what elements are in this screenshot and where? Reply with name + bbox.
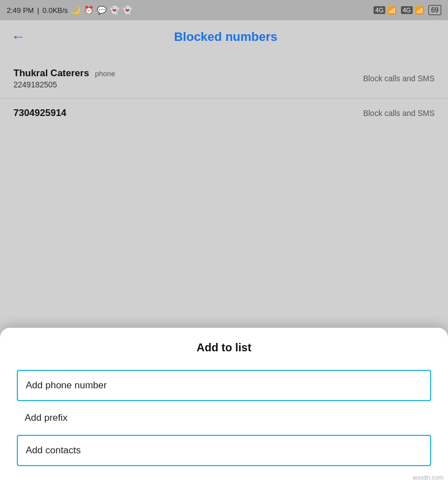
blocked-item-1-type: phone — [95, 69, 115, 78]
blocked-item-2-info: 7304925914 — [13, 108, 67, 119]
data-speed-label: 0.0KB/s — [43, 6, 68, 15]
add-prefix-label: Add prefix — [25, 412, 68, 424]
add-prefix-option[interactable]: Add prefix — [17, 403, 431, 433]
battery-icon: 69 — [428, 5, 441, 15]
signal2-icon: 📶 — [415, 6, 424, 15]
blocked-item-1-number: 2249182505 — [13, 80, 115, 89]
bottom-sheet-options: Add phone number Add prefix Add contacts — [0, 370, 448, 466]
watermark: wsxdn.com — [413, 474, 444, 481]
signal1-icon: 📶 — [388, 6, 396, 15]
page-title: Blocked numbers — [37, 30, 414, 44]
blocked-item-1-action: Block calls and SMS — [363, 74, 435, 83]
add-phone-number-option[interactable]: Add phone number — [17, 370, 431, 401]
status-right: 4G 📶 4G 📶 69 — [374, 5, 441, 15]
sim2-icon: 4G — [401, 6, 413, 14]
app-container: ← Blocked numbers Thukral Caterers phone… — [0, 20, 448, 483]
alarm-icon: ⏰ — [84, 6, 94, 15]
back-button[interactable]: ← — [11, 28, 26, 45]
top-bar: ← Blocked numbers — [0, 20, 448, 53]
blocked-item-1-name: Thukral Caterers — [13, 68, 89, 78]
separator: | — [37, 6, 39, 15]
add-contacts-option[interactable]: Add contacts — [17, 435, 431, 466]
blocked-item-1[interactable]: Thukral Caterers phone 2249182505 Block … — [0, 59, 448, 99]
status-left: 2:49 PM | 0.0KB/s 🌙 ⏰ 💬 👻 👻 — [7, 6, 132, 15]
blocked-item-1-name-row: Thukral Caterers phone — [13, 68, 115, 79]
bottom-sheet: Add to list Add phone number Add prefix … — [0, 328, 448, 483]
moon-icon: 🌙 — [71, 6, 81, 15]
snapchat-icon-2: 👻 — [123, 6, 132, 15]
blocked-item-2-action: Block calls and SMS — [363, 109, 435, 118]
snapchat-icon-1: 👻 — [110, 6, 119, 15]
status-bar: 2:49 PM | 0.0KB/s 🌙 ⏰ 💬 👻 👻 4G 📶 4G 📶 69 — [0, 0, 448, 20]
blocked-numbers-list: Thukral Caterers phone 2249182505 Block … — [0, 53, 448, 133]
whatsapp-icon: 💬 — [97, 6, 106, 15]
add-phone-number-label: Add phone number — [26, 380, 107, 391]
bottom-sheet-title: Add to list — [0, 341, 448, 354]
add-contacts-label: Add contacts — [26, 445, 81, 456]
time-label: 2:49 PM — [7, 6, 34, 15]
blocked-item-2[interactable]: 7304925914 Block calls and SMS — [0, 99, 448, 128]
blocked-item-1-info: Thukral Caterers phone 2249182505 — [13, 68, 115, 89]
blocked-item-2-number: 7304925914 — [13, 108, 67, 119]
sim1-icon: 4G — [374, 6, 385, 14]
